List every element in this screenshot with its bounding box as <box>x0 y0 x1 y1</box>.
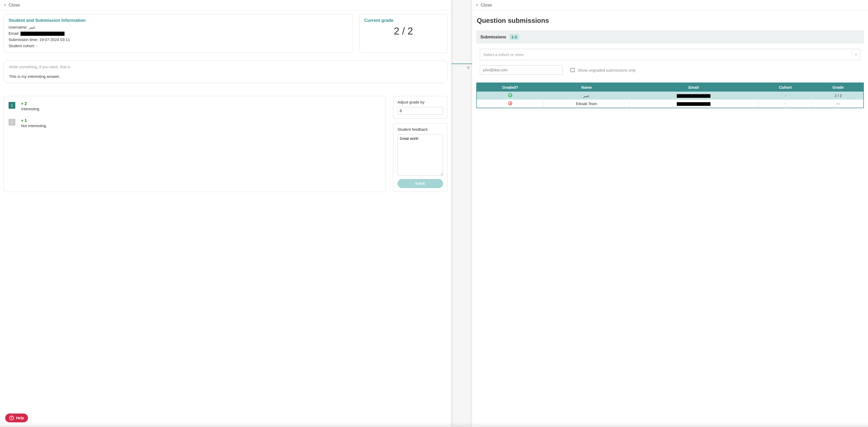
save-button[interactable]: SAVE <box>398 179 443 188</box>
submissions-panel: ✕ Close Question submissions Submissions… <box>472 0 868 427</box>
cell-email-redacted <box>677 102 710 106</box>
col-graded: Graded? <box>476 83 544 92</box>
rubric-points-2: + 1 <box>21 118 47 123</box>
adjust-grade-input[interactable] <box>398 107 443 115</box>
close-left-button[interactable]: ✕ Close <box>4 3 20 8</box>
submission-time-value: 19-07-2024 03:11 <box>39 37 70 42</box>
mid-num: 5 <box>467 66 469 69</box>
ungraded-checkbox[interactable]: Show ungraded submissions only <box>570 68 636 73</box>
current-grade-card: Current grade 2 / 2 <box>360 14 447 53</box>
cell-cohort: - <box>758 92 813 99</box>
rubric-num-2: 2 <box>8 119 15 125</box>
student-info-card: Student and Submission Information Usern… <box>4 14 353 53</box>
cohort-line: Student cohort: - <box>8 43 348 49</box>
current-grade-value: 2 / 2 <box>364 24 442 38</box>
feedback-card: Student feedback SAVE <box>393 123 447 192</box>
rubric-num-1: 1 <box>8 102 15 109</box>
submissions-count: 1-2 <box>509 34 519 40</box>
answer-box: Write something, if you want, that is. T… <box>4 60 447 83</box>
cell-grade: 2 / 2 <box>813 92 864 99</box>
table-row[interactable]: عمر - 2 / 2 <box>476 92 864 99</box>
submissions-label: Submissions <box>480 35 506 39</box>
feedback-textarea[interactable] <box>398 134 443 176</box>
answer-placeholder: Write something, if you want, that is. <box>9 65 442 69</box>
close-right-button[interactable]: ✕ Close <box>476 3 492 8</box>
rubric-option-1[interactable]: 1 + 2 Interesting. <box>8 102 381 111</box>
close-icon: ✕ <box>476 3 478 7</box>
email-filter-input[interactable] <box>480 65 563 75</box>
username-value: عمر <box>29 25 35 29</box>
rubric-card: 1 + 2 Interesting. 2 + 1 Not interesting… <box>4 96 386 192</box>
col-name: Name <box>544 83 629 92</box>
cell-email-redacted <box>677 94 710 98</box>
adjust-grade-card: Adjust grade by <box>393 96 447 118</box>
graded-check-icon <box>508 93 512 97</box>
close-left-label: Close <box>8 3 20 8</box>
cell-cohort: - <box>758 99 813 108</box>
answer-text: This is my interesting answer. <box>9 74 442 79</box>
table-row[interactable]: Edraak Team - --- <box>476 99 864 108</box>
cohort-placeholder: Select a cohort or more <box>483 52 524 57</box>
current-grade-heading: Current grade <box>364 18 442 23</box>
email-label: Email: <box>8 31 20 35</box>
help-button[interactable]: ? Help <box>5 414 28 422</box>
col-grade: Grade <box>813 83 864 92</box>
cell-grade: --- <box>813 99 864 108</box>
cohort-select[interactable]: Select a cohort or more ▾ <box>480 49 860 60</box>
submission-detail-panel: ✕ Close Student and Submission Informati… <box>0 0 452 427</box>
cohort-label: Student cohort: <box>8 44 35 48</box>
col-cohort: Cohort <box>758 83 813 92</box>
submissions-bar: Submissions 1-2 <box>476 30 864 44</box>
checkbox-icon <box>570 68 575 72</box>
username-line: Username: عمر <box>8 24 348 30</box>
cohort-value: - <box>36 44 37 48</box>
student-info-heading: Student and Submission Information <box>8 18 348 23</box>
email-line: Email: <box>8 30 348 36</box>
username-label: Username: <box>8 25 28 29</box>
feedback-label: Student feedback <box>398 127 443 132</box>
close-icon: ✕ <box>4 3 6 7</box>
email-redacted <box>21 32 64 36</box>
submission-time-line: Submission time: 19-07-2024 03:11 <box>8 36 348 43</box>
ungraded-label: Show ungraded submissions only <box>578 68 636 73</box>
page-title: Question submissions <box>477 17 864 25</box>
cell-name: Edraak Team <box>544 99 629 108</box>
rubric-option-2[interactable]: 2 + 1 Not interesting. <box>8 118 381 128</box>
rubric-points-1: + 2 <box>21 102 40 106</box>
help-icon: ? <box>9 416 14 420</box>
close-right-label: Close <box>480 3 492 8</box>
adjust-grade-label: Adjust grade by <box>398 100 443 104</box>
chevron-down-icon: ▾ <box>855 53 857 56</box>
col-email: Email <box>629 83 758 92</box>
rubric-label-1: Interesting. <box>21 107 40 111</box>
background-strip: ...ing Settii ding for led answ 5 ak ks <box>452 0 472 427</box>
ungraded-x-icon <box>508 101 512 105</box>
rubric-label-2: Not interesting. <box>21 123 47 128</box>
submissions-table: Graded? Name Email Cohort Grade عمر - 2 … <box>476 83 864 108</box>
help-label: Help <box>16 416 24 420</box>
cell-name: عمر <box>544 92 629 99</box>
submission-time-label: Submission time: <box>8 37 38 42</box>
